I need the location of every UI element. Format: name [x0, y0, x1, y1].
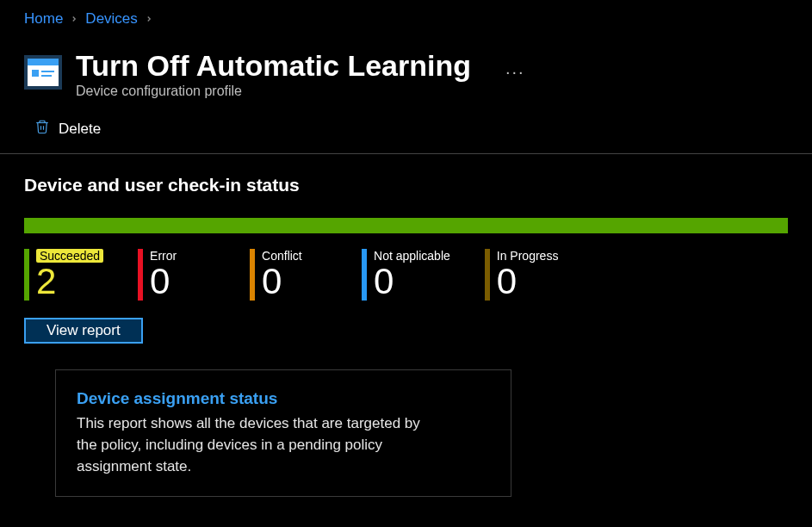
more-actions-button[interactable]: ···: [505, 62, 525, 82]
svg-rect-3: [32, 70, 39, 77]
tile-na-value: 0: [374, 263, 450, 301]
tile-succeeded-value: 2: [36, 263, 103, 301]
tile-inprogress-value: 0: [497, 263, 559, 301]
page-subtitle: Device configuration profile: [76, 84, 471, 99]
tile-conflict-value: 0: [262, 263, 302, 301]
device-assignment-status-card: Device assignment status This report sho…: [55, 369, 511, 497]
breadcrumb: Home Devices: [0, 0, 812, 38]
view-report-button[interactable]: View report: [24, 318, 143, 344]
device-assignment-status-link[interactable]: Device assignment status: [77, 389, 277, 407]
tile-not-applicable[interactable]: Not applicable 0: [362, 249, 450, 301]
tile-succeeded[interactable]: Succeeded 2: [24, 249, 103, 301]
page-title: Turn Off Automatic Learning: [76, 50, 471, 82]
svg-rect-5: [41, 75, 52, 77]
breadcrumb-home[interactable]: Home: [24, 10, 63, 28]
tile-error[interactable]: Error 0: [138, 249, 215, 301]
tile-na-bar: [362, 249, 367, 301]
status-progress-bar: [24, 218, 788, 233]
profile-icon: [24, 55, 62, 90]
svg-rect-2: [28, 59, 59, 65]
trash-icon: [34, 118, 50, 140]
svg-rect-4: [41, 71, 54, 72]
tile-error-value: 0: [150, 263, 177, 301]
toolbar: Delete: [0, 109, 812, 154]
tile-succeeded-bar: [24, 249, 29, 301]
tile-inprogress-bar: [485, 249, 490, 301]
chevron-right-icon: [70, 12, 78, 26]
chevron-right-icon: [145, 12, 153, 26]
page-header: Turn Off Automatic Learning Device confi…: [0, 38, 812, 109]
delete-button[interactable]: Delete: [34, 118, 101, 140]
tile-conflict[interactable]: Conflict 0: [250, 249, 327, 301]
tile-conflict-bar: [250, 249, 255, 301]
status-tiles: Succeeded 2 Error 0 Conflict 0 Not appli…: [24, 249, 788, 301]
delete-button-label: Delete: [59, 121, 101, 138]
device-assignment-status-desc: This report shows all the devices that a…: [77, 413, 438, 477]
tile-error-bar: [138, 249, 143, 301]
checkin-status-section: Device and user check-in status Succeede…: [0, 154, 812, 497]
tile-in-progress[interactable]: In Progress 0: [485, 249, 562, 301]
breadcrumb-devices[interactable]: Devices: [85, 10, 137, 28]
checkin-status-heading: Device and user check-in status: [24, 175, 788, 195]
